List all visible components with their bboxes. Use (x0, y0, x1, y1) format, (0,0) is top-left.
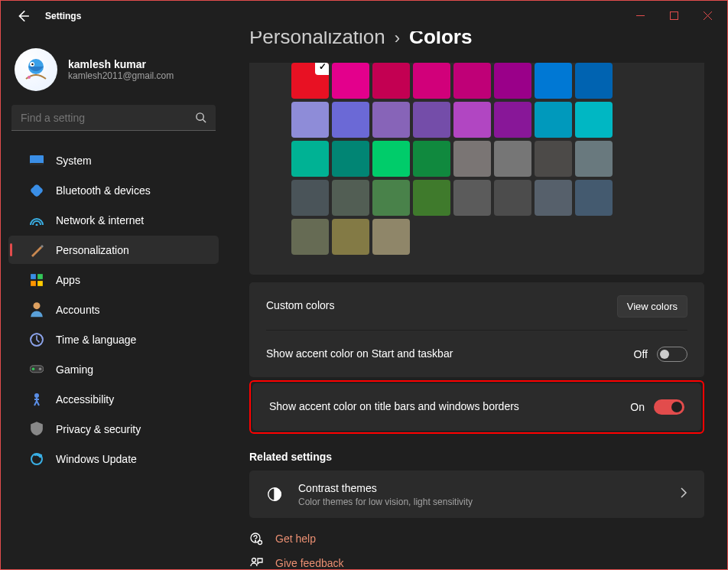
accent-taskbar-toggle[interactable]: Off (634, 347, 687, 362)
color-swatch[interactable] (291, 180, 329, 216)
color-swatch[interactable] (535, 180, 572, 216)
minimize-button[interactable] (623, 4, 657, 27)
nav-label: Network & internet (56, 214, 144, 226)
color-swatch[interactable] (494, 63, 531, 99)
help-icon (249, 532, 263, 546)
nav-list: SystemBluetooth & devicesNetwork & inter… (1, 146, 226, 473)
chevron-right-icon: › (395, 31, 400, 48)
nav-item-apps[interactable]: Apps (8, 265, 219, 294)
contrast-themes-row[interactable]: Contrast themes Color themes for low vis… (249, 471, 704, 518)
color-swatch[interactable] (372, 102, 410, 138)
nav-icon (30, 154, 44, 168)
nav-item-time-language[interactable]: Time & language (8, 325, 219, 353)
nav-icon (30, 303, 44, 317)
back-button[interactable] (16, 9, 30, 23)
color-swatch[interactable] (372, 63, 410, 99)
nav-icon (30, 452, 44, 466)
help-links: Get help Give feedback (249, 532, 704, 569)
color-swatch[interactable] (535, 141, 572, 177)
nav-item-gaming[interactable]: Gaming (8, 355, 219, 383)
color-swatch[interactable] (372, 141, 410, 177)
nav-label: Accounts (56, 304, 100, 316)
color-swatch[interactable] (291, 219, 329, 255)
color-swatch[interactable] (575, 180, 613, 216)
color-swatch[interactable] (535, 63, 572, 99)
nav-item-accessibility[interactable]: Accessibility (8, 385, 219, 413)
accent-titlebar-label: Show accent color on title bars and wind… (269, 399, 519, 415)
color-swatch[interactable] (291, 102, 329, 138)
search-box[interactable] (11, 105, 216, 131)
svg-rect-1 (670, 11, 678, 19)
svg-point-23 (34, 393, 39, 398)
close-button[interactable] (691, 4, 724, 27)
user-email: kamlesh2011@gmail.com (68, 70, 174, 81)
nav-item-windows-update[interactable]: Windows Update (8, 445, 219, 473)
window-title: Settings (45, 11, 81, 21)
color-swatch[interactable] (332, 219, 369, 255)
color-swatch[interactable] (332, 180, 369, 216)
color-swatch[interactable] (332, 141, 369, 177)
toggle-state-label: Off (634, 348, 648, 360)
color-swatch[interactable] (575, 63, 613, 99)
nav-item-accounts[interactable]: Accounts (8, 295, 219, 324)
color-swatch[interactable] (453, 180, 491, 216)
color-palette (291, 63, 704, 255)
color-swatch[interactable] (575, 141, 613, 177)
window-controls (623, 4, 724, 27)
custom-colors-row: Custom colors View colors Show accent co… (249, 282, 704, 377)
toggle-state-label: On (630, 401, 645, 413)
color-swatch[interactable] (453, 63, 491, 99)
svg-point-12 (36, 223, 38, 226)
color-swatch[interactable] (332, 63, 369, 99)
nav-item-privacy-security[interactable]: Privacy & security (8, 415, 219, 443)
nav-item-bluetooth-devices[interactable]: Bluetooth & devices (8, 176, 219, 204)
svg-point-27 (255, 541, 256, 542)
nav-label: Windows Update (56, 453, 137, 465)
svg-point-29 (252, 559, 256, 562)
color-swatch[interactable] (494, 102, 531, 138)
user-profile[interactable]: kamlesh kumar kamlesh2011@gmail.com (1, 41, 226, 105)
give-feedback-link[interactable]: Give feedback (249, 556, 704, 569)
maximize-button[interactable] (657, 4, 691, 27)
nav-icon (30, 363, 44, 376)
nav-icon (30, 184, 44, 197)
nav-icon (30, 273, 44, 287)
contrast-title: Contrast themes (298, 481, 473, 497)
nav-item-network-internet[interactable]: Network & internet (8, 206, 219, 234)
color-swatch[interactable] (453, 141, 491, 177)
color-swatch[interactable] (494, 141, 531, 177)
search-input[interactable] (21, 112, 195, 124)
color-swatch[interactable] (494, 180, 531, 216)
svg-rect-11 (30, 163, 44, 165)
breadcrumb-parent[interactable]: Personalization (249, 31, 385, 49)
color-swatch[interactable] (332, 102, 369, 138)
svg-point-7 (28, 76, 31, 79)
user-name: kamlesh kumar (68, 58, 174, 70)
view-colors-button[interactable]: View colors (617, 295, 687, 318)
color-swatch[interactable] (372, 180, 410, 216)
nav-label: Accessibility (56, 393, 114, 406)
nav-label: System (56, 155, 92, 167)
color-swatch[interactable] (413, 141, 450, 177)
nav-item-system[interactable]: System (8, 146, 219, 174)
color-swatch[interactable] (291, 141, 329, 177)
color-swatch[interactable] (413, 63, 450, 99)
nav-icon (30, 392, 44, 406)
color-swatch[interactable] (413, 102, 450, 138)
color-swatch[interactable] (453, 102, 491, 138)
color-swatch[interactable] (372, 219, 410, 255)
svg-rect-13 (31, 274, 36, 279)
svg-point-21 (32, 368, 35, 371)
accent-taskbar-label: Show accent color on Start and taskbar (266, 347, 453, 362)
get-help-link[interactable]: Get help (249, 532, 704, 546)
accent-titlebar-toggle[interactable]: On (630, 399, 684, 415)
svg-rect-16 (37, 281, 43, 286)
color-swatch[interactable] (575, 102, 613, 138)
color-swatch[interactable] (291, 63, 329, 99)
avatar (15, 48, 57, 91)
nav-item-personalization[interactable]: Personalization (8, 236, 219, 264)
color-swatch[interactable] (413, 180, 450, 216)
nav-icon (30, 243, 44, 257)
nav-label: Time & language (56, 334, 136, 346)
color-swatch[interactable] (535, 102, 572, 138)
